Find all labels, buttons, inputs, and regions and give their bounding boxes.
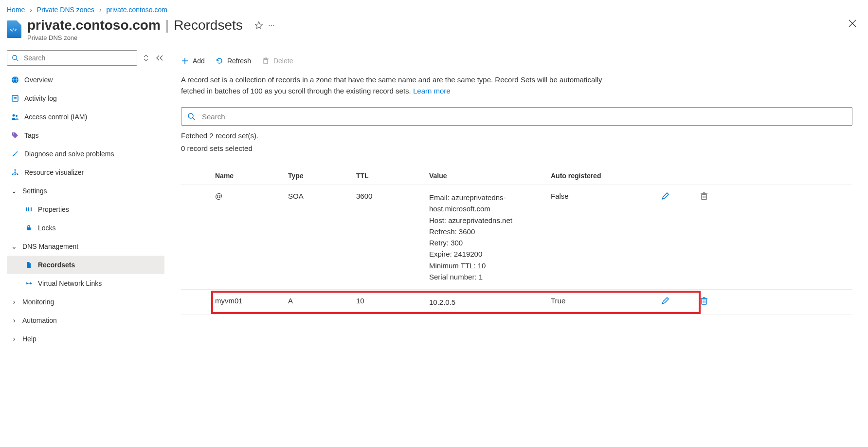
- record-value-line: Refresh: 3600: [429, 226, 551, 237]
- trash-icon: [262, 57, 270, 65]
- people-icon: [11, 112, 19, 121]
- sidebar-group-label: Help: [22, 335, 36, 343]
- activity-log-icon: [11, 94, 19, 103]
- page-title: Recordsets: [174, 18, 243, 33]
- sidebar-item-recordsets[interactable]: Recordsets: [7, 256, 164, 274]
- sidebar-group-automation[interactable]: › Automation: [7, 311, 164, 330]
- properties-icon: [24, 205, 33, 214]
- fetched-count: Fetched 2 record set(s).: [181, 130, 852, 142]
- toolbar: Add Refresh Delete: [181, 50, 852, 72]
- svg-line-5: [17, 59, 18, 61]
- record-value-line: Host: azureprivatedns.net: [429, 215, 551, 226]
- add-button[interactable]: Add: [181, 57, 205, 65]
- cell-type: SOA: [288, 192, 356, 200]
- table-row[interactable]: @SOA3600Email: azureprivatedns-host.micr…: [181, 185, 852, 290]
- search-icon: [187, 112, 195, 120]
- sidebar-item-iam[interactable]: Access control (IAM): [7, 108, 164, 126]
- record-value-line: Email: azureprivatedns-host.microsoft.co…: [429, 192, 551, 215]
- svg-point-35: [188, 113, 193, 118]
- hierarchy-icon: [11, 168, 19, 177]
- sidebar-item-label: Overview: [24, 76, 53, 84]
- sidebar-item-properties[interactable]: Properties: [7, 200, 164, 219]
- sidebar-search[interactable]: [7, 50, 137, 66]
- description-text: A record set is a collection of records …: [181, 74, 619, 96]
- document-icon: [24, 261, 33, 269]
- svg-marker-1: [255, 22, 262, 29]
- sidebar-group-label: Monitoring: [22, 298, 54, 306]
- chevron-down-icon: ⌄: [11, 242, 18, 250]
- more-menu-icon[interactable]: ⋯: [268, 21, 275, 29]
- sidebar-item-locks[interactable]: Locks: [7, 219, 164, 237]
- records-search[interactable]: [181, 107, 852, 126]
- breadcrumb-home[interactable]: Home: [7, 6, 25, 14]
- resource-name: private.contoso.com: [27, 18, 161, 33]
- cell-auto: True: [551, 297, 643, 305]
- sidebar-group-help[interactable]: › Help: [7, 330, 164, 348]
- svg-rect-37: [702, 194, 706, 200]
- sidebar-group-label: DNS Management: [22, 242, 78, 250]
- delete-row-button[interactable]: [687, 192, 721, 201]
- sidebar-item-label: Tags: [24, 131, 39, 139]
- sidebar-group-dns[interactable]: ⌄ DNS Management: [7, 237, 164, 256]
- sidebar-search-input[interactable]: [23, 54, 133, 62]
- delete-row-button[interactable]: [687, 297, 721, 305]
- svg-point-13: [16, 115, 18, 117]
- refresh-button[interactable]: Refresh: [216, 57, 251, 65]
- network-link-icon: [24, 279, 33, 288]
- record-value-line: Retry: 300: [429, 237, 551, 248]
- recordset-table: Name Type TTL Value Auto registered @SOA…: [181, 167, 852, 315]
- svg-rect-24: [27, 227, 31, 230]
- chevron-down-icon: ⌄: [11, 187, 18, 195]
- sidebar-group-settings[interactable]: ⌄ Settings: [7, 182, 164, 200]
- svg-point-4: [13, 56, 17, 60]
- sidebar-group-monitoring[interactable]: › Monitoring: [7, 293, 164, 311]
- chevron-right-icon: ›: [11, 298, 18, 306]
- records-search-input[interactable]: [201, 112, 846, 121]
- cell-ttl: 10: [356, 297, 429, 305]
- record-value-line: Serial number: 1: [429, 271, 551, 282]
- toolbar-label: Delete: [273, 57, 293, 65]
- svg-rect-9: [12, 95, 18, 101]
- favorite-star-icon[interactable]: [254, 21, 263, 30]
- sidebar-sort-toggle[interactable]: [142, 54, 150, 62]
- resource-type-icon: </>: [7, 20, 21, 38]
- main-content: Add Refresh Delete A record set is a col…: [164, 50, 861, 348]
- edit-row-button[interactable]: [643, 192, 687, 201]
- sidebar-item-visualizer[interactable]: Resource visualizer: [7, 163, 164, 182]
- sidebar: Overview Activity log Access control (IA…: [7, 50, 164, 348]
- plus-icon: [181, 57, 189, 65]
- record-value-line: 10.2.0.5: [429, 297, 551, 308]
- record-value-line: Expire: 2419200: [429, 248, 551, 260]
- svg-text:</>: </>: [10, 28, 17, 32]
- cell-auto: False: [551, 192, 643, 200]
- svg-rect-30: [264, 59, 268, 64]
- sidebar-item-label: Diagnose and solve problems: [24, 150, 114, 158]
- selected-count: 0 record sets selected: [181, 142, 852, 155]
- sidebar-item-tags[interactable]: Tags: [7, 126, 164, 145]
- sidebar-item-diagnose[interactable]: Diagnose and solve problems: [7, 145, 164, 163]
- record-value-line: Minimum TTL: 10: [429, 260, 551, 271]
- sidebar-item-overview[interactable]: Overview: [7, 71, 164, 89]
- breadcrumb-current[interactable]: private.contoso.com: [107, 6, 167, 14]
- sidebar-item-vnet-links[interactable]: Virtual Network Links: [7, 274, 164, 293]
- chevron-right-icon: ›: [11, 317, 18, 324]
- close-blade-button[interactable]: [844, 18, 861, 29]
- sidebar-item-label: Virtual Network Links: [38, 279, 102, 287]
- edit-row-button[interactable]: [643, 297, 687, 305]
- col-auto: Auto registered: [551, 172, 643, 180]
- table-row[interactable]: myvm01A1010.2.0.5True: [181, 290, 852, 315]
- svg-line-36: [193, 118, 195, 120]
- sidebar-collapse-toggle[interactable]: [155, 54, 164, 62]
- sidebar-item-activity-log[interactable]: Activity log: [7, 89, 164, 108]
- svg-point-12: [13, 114, 15, 117]
- tag-icon: [11, 131, 19, 140]
- breadcrumb-zones[interactable]: Private DNS zones: [37, 6, 94, 14]
- learn-more-link[interactable]: Learn more: [413, 87, 451, 95]
- col-value: Value: [429, 172, 551, 180]
- sidebar-item-label: Recordsets: [38, 261, 75, 269]
- lock-icon: [24, 224, 33, 232]
- svg-rect-44: [702, 299, 706, 304]
- delete-button: Delete: [262, 57, 293, 65]
- globe-icon: [11, 75, 19, 84]
- sidebar-item-label: Activity log: [24, 94, 57, 102]
